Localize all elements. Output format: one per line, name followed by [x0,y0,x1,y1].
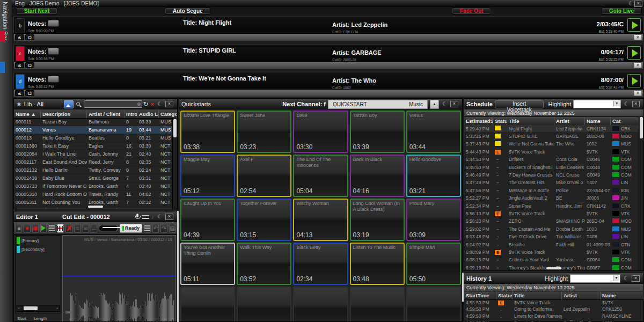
waveform-view-button[interactable] [57,224,64,233]
quickstart-tile[interactable]: Listen To The Music 03:48 [350,243,405,285]
panel-close-button[interactable]: × [632,275,640,282]
scroll-left-arrow[interactable]: ‹ [18,306,20,311]
delete-button[interactable]: ✗ [65,224,72,233]
vertical-splitter[interactable] [177,211,179,322]
link-button[interactable]: & [15,34,24,40]
link-icon[interactable]: ∞ [83,224,89,233]
refresh-icon[interactable]: ↻ [143,101,149,107]
vertical-splitter[interactable] [462,273,464,302]
pin-panel-icon[interactable]: ☾ [628,1,633,6]
schedule-row[interactable]: 5:45:53 PM ~ Bucket's of Spaghetti Littl… [464,164,639,171]
player-main-row[interactable]: b Notes: Sch: 5:00:00 PM Title: Night Fl… [13,16,643,34]
remove-filter-icon[interactable]: × [151,101,154,107]
schedule-row[interactable]: 5:33:25 PM STUPID GIRL GARBAGE 280D-08 M… [464,133,639,140]
quickstart-tile[interactable]: Black Betty 02:34 [293,243,348,285]
schedule-row[interactable]: 5:37:43 PM We're Not Gonna Take The Who … [464,141,639,148]
image-view-button[interactable] [64,100,74,108]
schedule-row[interactable]: 5:59:02 PM ~ The Captain And Me Doobie B… [464,225,639,233]
column-header[interactable]: Audio Leng [137,109,159,118]
quickstart-tile[interactable]: Venus 03:44 [406,111,461,153]
waveform-display[interactable]: MUS / Venus / Bananarama / 03:50 / 00001… [62,235,176,322]
microphone-icon[interactable] [135,214,140,220]
schedule-row[interactable]: 5:44:43 PM E $VTK Voice Track $VTK VTK [464,148,639,156]
column-header[interactable]: Title [513,291,562,299]
auto-segue-button[interactable]: Auto Segue [165,8,211,14]
schedule-row[interactable]: 5:29:40 PM Night Flight Led Zeppelin CRK… [464,125,639,133]
undo-button[interactable]: ↶ [152,224,159,233]
quickstart-tile[interactable]: Caught Up In You 04:39 [180,199,235,241]
column-header[interactable]: Status [493,117,507,125]
redo-button[interactable]: ↷ [160,224,167,233]
pin-panel-icon[interactable]: ☾ [624,276,628,281]
notes-button[interactable] [48,76,59,83]
schedule-row[interactable]: 5:47:56 PM ~ Message In A Bottle Police … [464,187,639,194]
schedule-row[interactable]: 5:56:13 PM E $VTK Voice Track $VTK VTK [464,210,639,217]
pin-panel-icon[interactable]: ☾ [157,214,162,219]
library-row[interactable]: 000012 Venus Bananarama 19 03:44 MUS [14,126,173,134]
column-header[interactable]: EstimatedSta [464,117,493,125]
column-header[interactable]: StartTime [464,291,496,299]
schedule-row[interactable]: 6:04:02 PM ~ Breathe Faith Hill 01-4099-… [464,241,639,248]
library-scrollbar[interactable] [172,118,177,209]
scrollbar-thumb[interactable] [24,306,38,310]
headphones-cue-button[interactable]: Ω [25,62,34,68]
quickstart-tile[interactable] [350,287,405,322]
column-header[interactable]: Catego [159,109,177,118]
goto-live-button[interactable]: Goto Live [601,8,642,14]
quickstart-tile[interactable]: Bizarre Love Triangle 03:38 [180,111,235,153]
link-button[interactable]: & [15,90,24,96]
column-header[interactable]: Artist [562,291,601,299]
headphones-cue-button[interactable]: Ω [25,90,34,96]
quickstart-tile[interactable]: Walk This Way 03:52 [237,243,291,285]
library-row[interactable]: 00002117 East Bound And Down Reed, Jerry… [14,158,173,166]
deck-close-button[interactable]: × [634,90,642,96]
player-main-row[interactable]: c Notes: Sch: 5:03:55 PM Title: STUPID G… [13,44,643,62]
stop-button[interactable]: ■ [16,224,22,233]
column-header[interactable]: Name ▲ [14,109,41,118]
quickstart-tile[interactable] [237,287,291,322]
quickstart-tile[interactable]: Simple Man 05:50 [406,243,461,285]
clear-search-icon[interactable]: ⊗ [137,101,141,107]
level-slider[interactable] [99,225,118,231]
library-search-input[interactable] [84,100,142,108]
library-row[interactable]: 000011 Tarzan Boy Baltimora 0 03:39 MUS [14,118,173,126]
column-header[interactable]: Name [585,117,611,125]
history-row[interactable]: 4:59:50 PM . Liners for Dave Ramsey RAMS… [464,313,643,320]
search-icon[interactable] [76,101,82,107]
page-up-button[interactable]: ▲ [430,100,439,109]
quickstart-tile[interactable]: Tarzan Boy 03:39 [350,111,405,153]
column-header[interactable]: Description [41,109,87,118]
mixer-sliders-icon[interactable] [142,214,149,219]
highlight-select[interactable] [573,100,621,108]
schedule-row[interactable]: 6:03:48 PM ~ Five O'Clock Drive Tim Will… [464,233,639,240]
quickstart-tile[interactable]: You've Got Another Thing Comin 05:11 [180,243,235,285]
library-row[interactable]: 00002438 Baby Blue Strait, George 7 03:3… [14,174,173,182]
notes-button[interactable] [48,20,59,27]
navigation-bar[interactable]: Navigation Bar [0,0,12,322]
pin-panel-icon[interactable]: ☾ [157,101,162,107]
pin-panel-icon[interactable]: ☾ [624,101,629,107]
history-row[interactable]: 4:59:50 PM E $VTK Voice Track $VTK [464,299,643,306]
quickstart-tile[interactable]: Maggie May 05:12 [180,155,235,197]
column-header[interactable]: Title [507,117,554,125]
schedule-row[interactable]: 6:08:09 PM E $VTK Voice Track $VTK VTK [464,248,639,256]
quickstart-tile[interactable] [406,287,461,322]
link-button[interactable]: & [15,62,24,68]
unlink-icon[interactable]: ↔ [91,224,97,233]
insert-voicetrack-button[interactable]: Insert Voicetrack [495,100,544,108]
fade-out-button[interactable]: Fade Out [452,8,491,14]
save-button[interactable]: ▤ [169,224,175,233]
library-row[interactable]: 00001360 Take It Easy Eagles 16 03:30 NC… [14,142,173,150]
library-resize-handle[interactable] [88,206,103,208]
quickstart-tile[interactable]: The End Of The Innocence 05:04 [293,155,348,197]
quickstart-tile[interactable]: Proud Mary 03:09 [406,199,461,241]
column-header[interactable]: Artist [554,117,585,125]
panel-close-button[interactable]: × [632,101,640,107]
options-list-icon[interactable] [144,224,151,233]
column-header[interactable]: Status [496,291,513,299]
record-button[interactable]: ● [24,224,30,233]
quickstart-tile[interactable]: Long Cool Woman (In A Black Dress) 03:19 [350,199,405,241]
quickstart-tile[interactable]: Sweet Jane 03:23 [237,111,291,153]
cut-edit-icon[interactable] [48,224,55,233]
player-main-row[interactable]: d Notes: Sch: 5:08:12 PM Title: We're No… [13,72,643,90]
